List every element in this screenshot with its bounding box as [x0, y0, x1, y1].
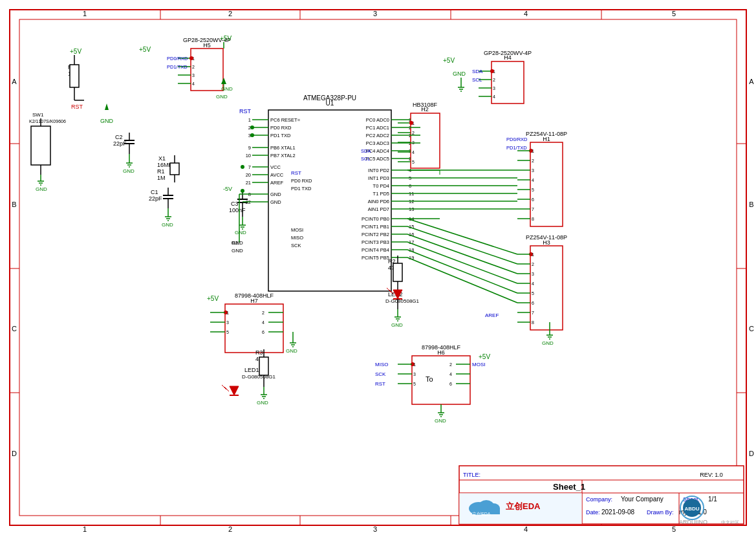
svg-text:RST: RST [291, 170, 301, 176]
svg-text:LED1: LED1 [244, 367, 259, 373]
svg-text:-5V: -5V [223, 186, 232, 192]
svg-text:SW1: SW1 [32, 112, 44, 118]
svg-text:D: D [12, 450, 17, 457]
svg-text:1: 1 [226, 311, 229, 315]
svg-text:D-G080508G1: D-G080508G1 [385, 298, 420, 304]
svg-text:D: D [749, 450, 754, 457]
svg-text:PCINT4 PB4: PCINT4 PB4 [362, 247, 389, 253]
svg-point-412 [250, 126, 254, 129]
svg-text:GP28-2520WV-4P: GP28-2520WV-4P [484, 50, 532, 56]
svg-text:RST: RST [71, 104, 83, 110]
svg-text:SCK: SCK [291, 243, 301, 248]
svg-text:5: 5 [412, 160, 415, 164]
svg-text:GND: GND [216, 94, 228, 100]
svg-text:3: 3 [532, 272, 534, 276]
svg-rect-165 [191, 49, 223, 91]
svg-text:A: A [749, 78, 754, 85]
svg-text:X1: X1 [158, 155, 166, 162]
svg-text:6: 6 [532, 197, 534, 202]
svg-text:+5V: +5V [443, 57, 455, 64]
svg-text:AVCC: AVCC [270, 172, 284, 178]
svg-text:21: 21 [246, 180, 251, 186]
svg-text:PC2 ADC2: PC2 ADC2 [366, 133, 389, 138]
svg-text:PCINT2 PB2: PCINT2 PB2 [362, 232, 389, 237]
svg-text:GND: GND [270, 199, 281, 205]
svg-text:1: 1 [83, 10, 87, 17]
svg-text:Date:: Date: [586, 509, 600, 516]
svg-text:2021-09-08: 2021-09-08 [601, 508, 635, 516]
svg-text:6: 6 [449, 382, 452, 386]
svg-text:VCC: VCC [270, 164, 281, 170]
svg-text:PZ254V-11-08P: PZ254V-11-08P [526, 131, 567, 137]
svg-text:PD1/TXD: PD1/TXD [167, 64, 188, 70]
svg-text:立创EDA: 立创EDA [472, 512, 491, 516]
svg-text:PC3 ADC3: PC3 ADC3 [366, 140, 389, 146]
svg-text:ABDU: ABDU [684, 506, 699, 512]
svg-text:2: 2 [228, 10, 232, 17]
svg-text:Company:: Company: [586, 496, 612, 503]
svg-text:22pF: 22pF [149, 195, 162, 202]
svg-text:MISO: MISO [375, 362, 388, 367]
svg-text:PD0 RXD: PD0 RXD [291, 178, 312, 184]
svg-point-176 [189, 56, 193, 60]
svg-text:R3: R3 [255, 349, 263, 356]
svg-text:6: 6 [532, 301, 534, 305]
svg-text:20: 20 [246, 172, 251, 178]
svg-text:3: 3 [192, 73, 195, 78]
svg-text:PCINT3 PB3: PCINT3 PB3 [362, 239, 389, 245]
svg-text:C1: C1 [151, 189, 158, 195]
svg-text:GND: GND [453, 71, 466, 77]
svg-text:3: 3 [493, 86, 495, 91]
svg-text:MISO: MISO [291, 235, 303, 241]
svg-text:PB6 XTAL1: PB6 XTAL1 [270, 145, 296, 151]
svg-text:GND: GND [162, 222, 173, 228]
svg-text:3: 3 [373, 10, 377, 17]
svg-point-156 [490, 69, 494, 73]
svg-text:1: 1 [248, 117, 251, 123]
svg-text:1: 1 [532, 252, 534, 257]
svg-text:4: 4 [524, 525, 528, 533]
svg-text:PD0/RXD: PD0/RXD [506, 136, 528, 142]
svg-text:1M: 1M [157, 175, 166, 181]
svg-text:D-G080508G1: D-G080508G1 [242, 374, 276, 380]
svg-text:100nF: 100nF [229, 207, 246, 213]
svg-rect-336 [412, 356, 470, 404]
svg-text:5: 5 [226, 330, 229, 334]
svg-rect-254 [170, 163, 179, 175]
svg-text:RST: RST [239, 108, 252, 115]
schematic-container: 1 2 3 4 5 1 2 3 4 5 A B C D A B C D U1 A… [0, 0, 756, 535]
svg-text:PC0 ADC0: PC0 ADC0 [366, 117, 389, 123]
svg-text:GND: GND [435, 418, 446, 424]
svg-text:GND: GND [100, 118, 114, 124]
svg-text:+5V: +5V [207, 295, 219, 302]
svg-text:SCL: SCL [361, 156, 371, 162]
svg-text:3: 3 [373, 525, 377, 533]
svg-text:GND: GND [257, 400, 268, 406]
svg-text:C3: C3 [231, 201, 239, 207]
svg-text:2: 2 [532, 262, 534, 267]
svg-text:3: 3 [532, 168, 534, 173]
svg-text:PB7 XTAL2: PB7 XTAL2 [270, 153, 296, 158]
svg-text:4: 4 [532, 281, 534, 286]
svg-text:4: 4 [262, 320, 265, 325]
svg-text:RST: RST [375, 381, 385, 387]
svg-text:R1: R1 [157, 168, 165, 175]
svg-text:87998-408HLF: 87998-408HLF [235, 292, 274, 299]
svg-text:5: 5 [532, 188, 534, 192]
svg-text:3: 3 [413, 372, 416, 377]
svg-text:2: 2 [262, 311, 265, 315]
svg-text:REV:  1.0: REV: 1.0 [700, 472, 723, 478]
svg-text:AIN1 PD7: AIN1 PD7 [368, 206, 389, 212]
svg-text:1: 1 [413, 362, 416, 367]
svg-text:K2/1107S/K09606: K2/1107S/K09606 [29, 119, 66, 124]
svg-text:4: 4 [493, 94, 495, 99]
svg-text:T0 PD4: T0 PD4 [373, 183, 389, 189]
svg-point-144 [409, 121, 413, 125]
svg-text:AREF: AREF [270, 180, 283, 186]
svg-rect-298 [225, 304, 283, 353]
svg-text:SCK: SCK [375, 371, 386, 377]
svg-text:1/1: 1/1 [708, 496, 717, 503]
svg-text:GND: GND [36, 186, 47, 192]
svg-text:GND: GND [235, 230, 246, 235]
svg-text:8: 8 [532, 217, 534, 221]
